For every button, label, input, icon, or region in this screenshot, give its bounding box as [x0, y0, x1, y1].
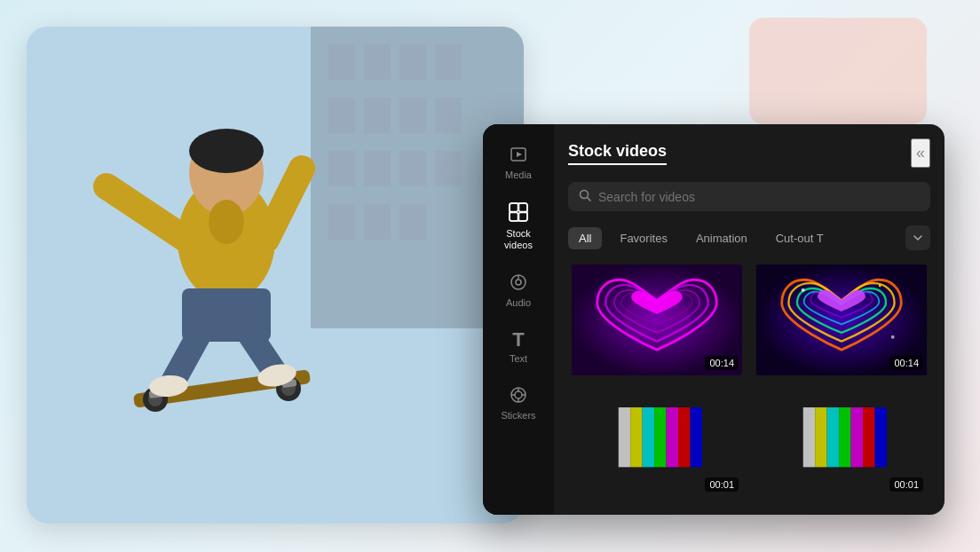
svg-rect-33 — [182, 288, 271, 342]
svg-point-43 — [516, 280, 521, 285]
media-icon — [510, 146, 527, 166]
title-wrapper: Stock videos — [568, 142, 667, 165]
svg-point-46 — [515, 391, 522, 398]
videos-grid: 00:14 — [554, 257, 944, 515]
svg-rect-14 — [328, 204, 355, 240]
svg-rect-7 — [364, 98, 391, 133]
video-duration-4: 00:01 — [889, 477, 923, 492]
svg-rect-2 — [328, 44, 355, 80]
search-bar — [568, 182, 930, 211]
svg-point-32 — [189, 129, 264, 173]
svg-point-34 — [209, 200, 244, 244]
filter-cutout[interactable]: Cut-out T — [765, 227, 834, 249]
skater-image — [27, 27, 524, 524]
svg-rect-70 — [827, 407, 839, 467]
panel-header: Stock videos « — [554, 124, 944, 175]
svg-rect-8 — [399, 98, 426, 133]
search-icon — [579, 189, 591, 204]
audio-icon — [510, 273, 527, 294]
svg-rect-74 — [875, 407, 887, 467]
filter-bar: All Favorites Animation Cut-out T — [554, 218, 944, 257]
svg-rect-72 — [851, 407, 863, 467]
sidebar-item-text[interactable]: T Text — [488, 323, 549, 372]
svg-rect-13 — [435, 151, 462, 186]
sidebar-item-text-label: Text — [510, 353, 527, 365]
svg-line-52 — [588, 198, 591, 201]
svg-rect-15 — [364, 204, 391, 240]
svg-rect-71 — [839, 407, 850, 467]
svg-rect-4 — [399, 44, 426, 80]
svg-rect-11 — [364, 151, 391, 186]
sidebar-item-media-label: Media — [505, 170, 532, 181]
svg-rect-68 — [803, 407, 815, 467]
video-duration-3: 00:01 — [705, 477, 739, 492]
video-thumb-bars-1[interactable]: 00:01 — [568, 386, 746, 497]
skater-illustration — [27, 27, 524, 524]
sidebar-item-audio[interactable]: Audio — [488, 266, 549, 316]
stock-videos-icon — [509, 202, 528, 225]
svg-rect-10 — [328, 151, 355, 186]
svg-point-54 — [623, 295, 692, 346]
svg-rect-62 — [643, 407, 654, 467]
svg-rect-6 — [328, 98, 355, 133]
video-duration-1: 00:14 — [705, 356, 739, 370]
sidebar-item-audio-label: Audio — [506, 297, 531, 309]
svg-rect-69 — [815, 407, 826, 467]
svg-rect-12 — [399, 151, 426, 186]
svg-rect-63 — [654, 407, 666, 467]
video-thumb-heart-2[interactable]: 00:14 — [753, 264, 930, 375]
svg-rect-3 — [364, 44, 391, 80]
svg-rect-65 — [678, 407, 690, 467]
svg-rect-61 — [630, 407, 642, 467]
svg-rect-41 — [519, 213, 528, 222]
svg-rect-40 — [510, 213, 518, 222]
svg-point-56 — [802, 288, 805, 292]
svg-rect-5 — [435, 44, 462, 80]
filter-dropdown-button[interactable] — [905, 225, 930, 250]
sidebar-item-stickers-label: Stickers — [501, 410, 535, 422]
video-thumb-bars-2[interactable]: 00:01 — [753, 386, 930, 497]
stickers-icon — [510, 386, 527, 406]
video-thumb-heart-1[interactable]: 00:14 — [568, 264, 746, 375]
svg-rect-16 — [399, 204, 426, 240]
filter-favorites[interactable]: Favorites — [609, 227, 677, 249]
svg-rect-9 — [435, 98, 462, 133]
svg-rect-73 — [863, 407, 874, 467]
sidebar-item-media[interactable]: Media — [488, 138, 549, 188]
svg-rect-39 — [519, 203, 528, 212]
filter-all[interactable]: All — [568, 227, 602, 249]
collapse-button[interactable]: « — [911, 138, 930, 168]
decorative-shape — [749, 18, 927, 124]
title-underline — [568, 163, 667, 165]
sidebar: Media Stockvideos — [483, 124, 554, 515]
svg-rect-38 — [510, 203, 518, 212]
sidebar-item-stock-videos-label: Stockvideos — [504, 228, 533, 251]
svg-point-58 — [891, 335, 895, 339]
panel-title: Stock videos — [568, 142, 667, 161]
panel-content: Stock videos « All Favorites Animation C… — [554, 124, 944, 515]
filter-animation[interactable]: Animation — [685, 227, 758, 249]
svg-point-57 — [879, 285, 881, 288]
text-icon: T — [512, 330, 524, 350]
stock-videos-panel: Media Stockvideos — [483, 124, 944, 515]
sidebar-item-stock-videos[interactable]: Stockvideos — [488, 195, 549, 258]
search-input[interactable] — [598, 190, 920, 204]
svg-rect-66 — [691, 407, 702, 467]
sidebar-item-stickers[interactable]: Stickers — [488, 379, 549, 429]
svg-marker-36 — [517, 152, 522, 157]
svg-rect-64 — [667, 407, 678, 467]
video-duration-2: 00:14 — [889, 356, 923, 370]
svg-rect-60 — [619, 407, 630, 467]
